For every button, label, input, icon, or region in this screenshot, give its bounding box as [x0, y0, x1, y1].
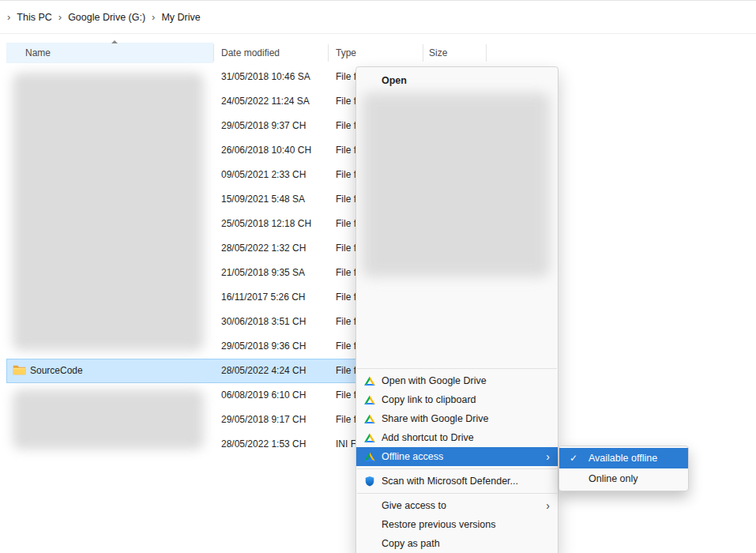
file-date: 26/06/2018 10:40 CH [221, 138, 311, 163]
redacted-file-names-block [13, 73, 204, 351]
file-date: 31/05/2018 10:46 SA [221, 65, 310, 89]
sort-ascending-icon [111, 40, 118, 43]
menu-item-open-with-google-drive[interactable]: Open with Google Drive [356, 371, 558, 390]
menu-item-label: Offline access [382, 451, 443, 462]
file-date: 21/05/2018 9:35 SA [221, 261, 305, 285]
file-date: 16/11/2017 5:26 CH [221, 285, 306, 310]
google-drive-icon [363, 431, 376, 444]
menu-item-share-with-google-drive[interactable]: Share with Google Drive [356, 409, 558, 428]
file-date: 29/05/2018 9:36 CH [221, 334, 306, 359]
google-drive-icon [363, 393, 376, 406]
menu-item-copy-link-to-clipboard[interactable]: Copy link to clipboard [356, 390, 558, 409]
checkmark-icon: ✓ [570, 448, 577, 468]
folder-icon [13, 364, 26, 376]
file-date: 28/05/2022 1:32 CH [221, 236, 306, 261]
menu-item-label: Give access to [382, 500, 446, 511]
google-drive-icon [363, 450, 376, 463]
menu-item-open[interactable]: Open [356, 70, 558, 91]
submenu-item-online-only[interactable]: Online only [559, 468, 688, 489]
breadcrumb-my-drive[interactable]: My Drive [156, 8, 205, 27]
column-header-name[interactable]: Name [6, 43, 213, 63]
submenu-item-label: Online only [589, 473, 638, 484]
file-date: 28/05/2022 4:24 CH [221, 359, 306, 383]
submenu-item-available-offline[interactable]: ✓ Available offline [559, 448, 688, 468]
column-divider [486, 44, 487, 62]
file-date: 30/06/2018 3:51 CH [221, 310, 306, 334]
column-header-date-modified[interactable]: Date modified [221, 43, 280, 63]
menu-item-give-access-to[interactable]: Give access to › [356, 496, 558, 515]
defender-shield-icon [363, 475, 376, 487]
column-header-size[interactable]: Size [429, 43, 447, 63]
redacted-file-names-block [13, 389, 204, 450]
redacted-menu-items-block [362, 92, 550, 277]
menu-item-label: Open with Google Drive [382, 375, 487, 386]
file-name: SourceCode [30, 359, 83, 383]
menu-separator [357, 493, 557, 494]
google-drive-icon [363, 412, 376, 425]
menu-item-label: Share with Google Drive [382, 413, 488, 424]
column-divider [328, 44, 329, 62]
google-drive-icon [363, 374, 376, 387]
file-date: 29/05/2018 9:17 CH [221, 408, 306, 432]
menu-item-label: Scan with Microsoft Defender... [382, 476, 518, 487]
column-divider [423, 44, 423, 62]
breadcrumb-this-pc[interactable]: This PC [11, 8, 57, 27]
offline-access-submenu: ✓ Available offline Online only [559, 446, 689, 491]
submenu-arrow-icon: › [546, 447, 550, 466]
menu-item-restore-previous-versions[interactable]: Restore previous versions [356, 515, 558, 534]
submenu-arrow-icon: › [546, 496, 550, 515]
menu-item-label: Copy as path [382, 538, 440, 549]
submenu-item-label: Available offline [589, 453, 657, 464]
menu-item-add-shortcut-to-drive[interactable]: Add shortcut to Drive [356, 428, 558, 447]
file-date: 15/09/2021 5:48 SA [221, 187, 305, 212]
file-date: 09/05/2021 2:33 CH [221, 163, 306, 187]
breadcrumb: › This PC › Google Drive (G:) › My Drive [0, 0, 756, 34]
menu-item-copy-as-path[interactable]: Copy as path [356, 534, 558, 553]
file-date: 29/05/2018 9:37 CH [221, 114, 306, 138]
menu-item-offline-access[interactable]: Offline access › [356, 447, 558, 466]
column-header-row: Name Date modified Type Size [0, 43, 756, 63]
file-date: 06/08/2019 6:10 CH [221, 383, 306, 408]
column-header-type[interactable]: Type [336, 43, 356, 63]
file-date: 25/05/2018 12:18 CH [221, 212, 311, 236]
menu-separator [357, 368, 557, 369]
breadcrumb-google-drive[interactable]: Google Drive (G:) [62, 8, 151, 27]
file-date: 28/05/2022 1:53 CH [221, 432, 306, 457]
column-divider [213, 44, 214, 62]
menu-item-label: Restore previous versions [382, 519, 496, 530]
menu-item-label: Copy link to clipboard [382, 394, 476, 405]
context-menu: Open Open with Google Drive C [355, 66, 559, 553]
menu-item-scan-with-defender[interactable]: Scan with Microsoft Defender... [356, 472, 558, 491]
menu-separator [357, 468, 557, 469]
file-date: 24/05/2022 11:24 SA [221, 89, 310, 114]
menu-item-label: Add shortcut to Drive [382, 432, 474, 443]
